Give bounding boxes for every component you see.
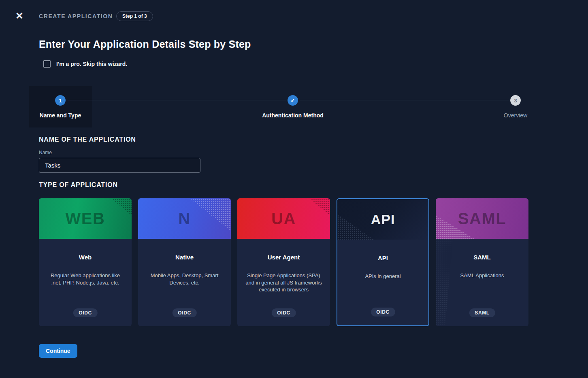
application-name-input[interactable] [39,158,200,173]
dots-pattern [107,198,132,215]
application-type-cards: WEB Web Regular Web applications like .n… [39,198,528,326]
skip-wizard-label: I'm a pro. Skip this wizard. [56,61,127,67]
card-title: Native [138,254,231,261]
stepper-connector [68,100,286,100]
card-description: Mobile Apps, Desktop, Smart Devices, etc… [138,272,231,286]
protocol-badge: OIDC [172,308,196,317]
native-card-banner: N [138,198,231,239]
protocol-badge: SAML [469,308,495,317]
card-title: User Agent [237,254,330,261]
native-banner-text: N [178,210,190,228]
type-card-api[interactable]: API API APIs in general OIDC [337,198,429,326]
protocol-badge: OIDC [271,308,296,317]
dots-pattern [337,208,374,240]
skip-wizard-checkbox[interactable] [43,60,51,68]
name-field-label: Name [39,150,52,155]
current-step-highlight [29,86,92,127]
step-2-indicator[interactable]: ✓ [288,95,298,106]
step-2-label: Authentication Method [262,112,324,119]
type-card-user-agent[interactable]: UA User Agent Single Page Applications (… [237,198,330,326]
card-title: API [337,255,428,261]
api-banner-text: API [371,212,395,227]
step-progress-badge: Step 1 of 3 [116,11,153,21]
type-card-web[interactable]: WEB Web Regular Web applications like .n… [39,198,132,326]
saml-banner-text: SAML [458,210,506,228]
type-section-title: TYPE OF APPLICATION [39,181,118,189]
card-description: APIs in general [337,273,428,280]
step-3-label: Overview [504,112,527,119]
wizard-heading: Enter Your Application Details Step by S… [39,38,251,50]
web-card-banner: WEB [39,198,132,239]
wizard-stepper: 1 ✓ 3 Name and Type Authentication Metho… [0,86,588,127]
type-card-saml[interactable]: SAML SAML SAML Applications SAML [436,198,528,326]
stepper-connector [300,100,509,100]
card-title: Web [39,254,132,261]
step-1-label: Name and Type [40,112,81,119]
step-1-indicator[interactable]: 1 [55,95,66,106]
dots-pattern [305,198,330,215]
api-card-banner: API [337,199,428,240]
dots-pattern [436,239,453,326]
name-section-title: NAME OF THE APPLICATION [39,136,136,143]
saml-card-banner: SAML [436,198,528,239]
user-agent-card-banner: UA [237,198,330,239]
step-3-indicator[interactable]: 3 [510,95,521,106]
card-description: Single Page Applications (SPA) and in ge… [237,272,330,293]
protocol-badge: OIDC [73,308,97,317]
skip-wizard-row: I'm a pro. Skip this wizard. [43,60,127,68]
type-card-native[interactable]: N Native Mobile Apps, Desktop, Smart Dev… [138,198,231,326]
page-title: CREATE APPLICATION [39,13,113,19]
web-banner-text: WEB [66,210,105,228]
card-description: Regular Web applications like .net, PHP,… [39,272,132,286]
close-icon[interactable]: ✕ [14,10,25,21]
user-agent-banner-text: UA [271,210,296,228]
continue-button[interactable]: Continue [39,344,77,358]
protocol-badge: OIDC [371,308,395,316]
check-icon: ✓ [290,97,295,104]
